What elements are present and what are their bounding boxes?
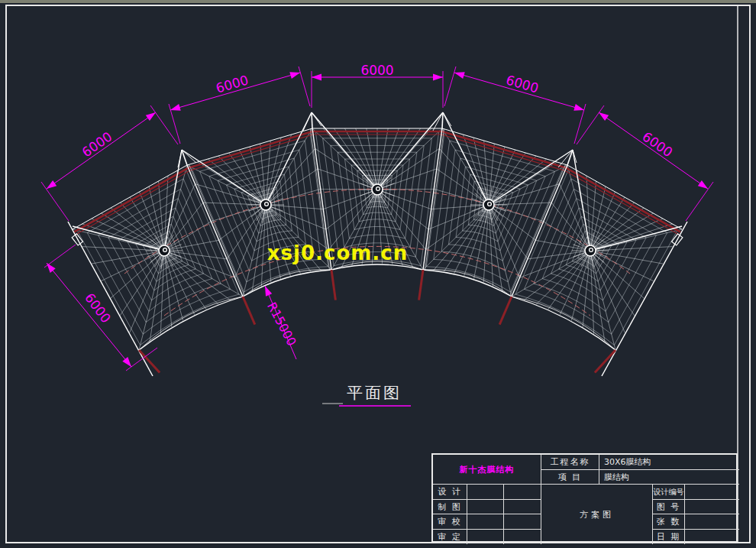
watermark: xsj0.com.cn bbox=[267, 242, 408, 264]
company-name: 新十杰膜结构 bbox=[433, 455, 541, 485]
project-name-value: 30X6膜结构 bbox=[599, 455, 739, 470]
plan-title: 平面图 bbox=[347, 384, 402, 402]
sheet-count-value bbox=[685, 514, 739, 530]
figure-no-value bbox=[685, 500, 739, 514]
dimension-text: 6000 bbox=[79, 128, 115, 160]
item-value: 膜结构 bbox=[599, 470, 739, 485]
cad-viewport: 600060006000600060006000R15000xsj0.com.c… bbox=[0, 0, 756, 548]
dimension-text: 6000 bbox=[360, 63, 393, 78]
role-label-draft: 制 图 bbox=[433, 500, 467, 514]
item-label: 项 目 bbox=[541, 470, 599, 485]
role-value-draft bbox=[467, 500, 504, 514]
design-no-value bbox=[685, 485, 739, 500]
dimension-text: 6000 bbox=[640, 128, 676, 160]
role-extra-design bbox=[504, 485, 541, 500]
figure-no-label: 图 号 bbox=[653, 500, 685, 514]
project-name-label: 工程名称 bbox=[541, 455, 599, 470]
role-label-design: 设 计 bbox=[433, 485, 467, 500]
role-value-design bbox=[467, 485, 504, 500]
role-label-approve: 审 定 bbox=[433, 530, 467, 544]
role-extra-draft bbox=[504, 500, 541, 514]
role-value-approve bbox=[467, 530, 504, 544]
role-label-check: 审 校 bbox=[433, 514, 467, 530]
title-block: 新十杰膜结构 工程名称 30X6膜结构 项 目 膜结构 设 计 制 图 审 校 … bbox=[431, 453, 738, 543]
sheet-count-label: 张 数 bbox=[653, 514, 685, 530]
role-extra-approve bbox=[504, 530, 541, 544]
role-value-check bbox=[467, 514, 504, 530]
date-label: 日 期 bbox=[653, 530, 685, 544]
date-value bbox=[685, 530, 739, 544]
dimension-layer: 600060006000600060006000R15000 bbox=[41, 63, 713, 371]
design-no-label: 设计编号 bbox=[653, 485, 685, 500]
membrane-mesh-layer bbox=[73, 128, 682, 350]
drawing-type: 方案图 bbox=[541, 485, 653, 544]
radius-label: R15000 bbox=[264, 300, 299, 349]
role-extra-check bbox=[504, 514, 541, 530]
